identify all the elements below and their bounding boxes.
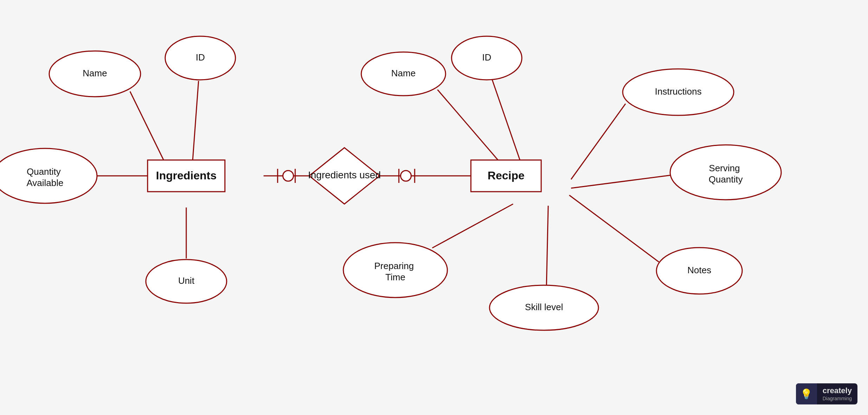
svg-line-9 — [546, 206, 548, 287]
attr-rec-name-label: Name — [391, 68, 415, 78]
attr-rec-id-label: ID — [482, 52, 491, 63]
attr-notes-label: Notes — [687, 265, 711, 275]
diagram-container: Ingredients used Ingredients Recipe Name… — [0, 0, 868, 415]
ingredients-label: Ingredients — [156, 169, 216, 182]
recipe-label: Recipe — [488, 169, 525, 182]
attr-skill-level-label: Skill level — [525, 302, 563, 312]
creately-logo: 💡 creately Diagramming — [796, 383, 857, 404]
attr-unit-label: Unit — [178, 275, 195, 286]
logo-name: creately — [823, 386, 852, 395]
svg-point-17 — [401, 171, 411, 181]
relationship-label: Ingredients used — [308, 170, 381, 180]
logo-text: creately Diagramming — [817, 386, 857, 401]
logo-subtitle: Diagramming — [823, 396, 852, 402]
svg-line-8 — [569, 195, 659, 262]
logo-bulb-icon: 💡 — [796, 383, 817, 404]
svg-line-6 — [571, 104, 626, 179]
svg-line-10 — [432, 204, 513, 248]
svg-point-14 — [283, 171, 293, 181]
attr-ing-name-label: Name — [83, 68, 107, 78]
attr-ing-id-label: ID — [196, 52, 205, 63]
attr-instructions-label: Instructions — [655, 86, 702, 97]
svg-line-7 — [571, 175, 671, 188]
